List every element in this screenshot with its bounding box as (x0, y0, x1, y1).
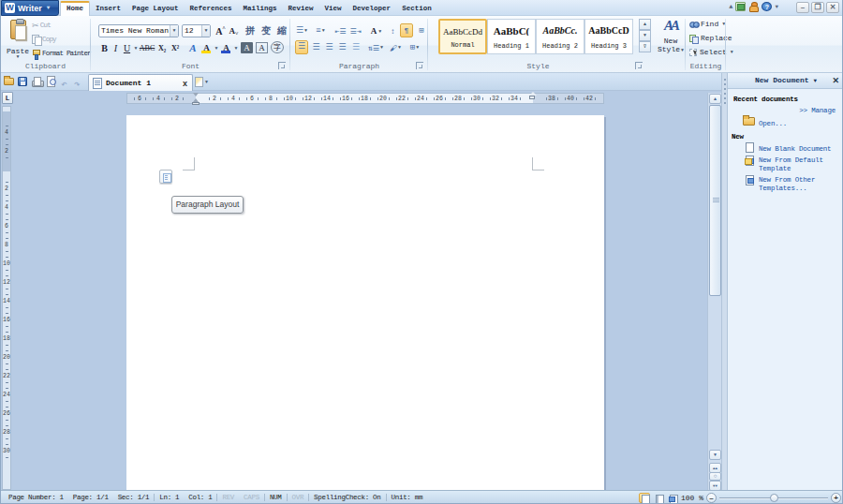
status-field[interactable]: Unit: mm (387, 494, 428, 501)
close-button[interactable]: ✕ (826, 2, 839, 13)
app-menu-button[interactable]: W Writer ▼ (1, 0, 59, 16)
indent-marker[interactable] (192, 93, 200, 105)
phonetic-guide-button[interactable]: 拼 (244, 24, 257, 37)
decrease-indent-button[interactable]: ⇤☰ (334, 24, 347, 37)
vertical-scrollbar[interactable]: ▲ ▼ ▲▲ ○ ▼▼ (707, 93, 721, 490)
bullets-button[interactable]: ☰▼ (295, 24, 308, 37)
subscript-button[interactable]: X₂ (156, 41, 168, 54)
web-view-button[interactable] (667, 493, 678, 503)
align-left-button[interactable]: ☰ (295, 40, 308, 54)
tab-stop-selector[interactable]: L (2, 92, 13, 104)
shrink-font-button[interactable]: A˅ (228, 24, 240, 37)
collapse-ribbon-icon[interactable]: ▲ (729, 3, 732, 10)
superscript-button[interactable]: X² (170, 41, 181, 54)
format-painter-button[interactable]: Format Painter (32, 46, 91, 60)
status-field[interactable]: Sec: 1/1 (113, 494, 155, 501)
ribbon-tab[interactable]: Insert (90, 1, 126, 16)
new-style-button[interactable]: AA New Style▼ (656, 18, 686, 55)
task-pane-close[interactable]: ✕ (832, 73, 839, 88)
new-document-tab-button[interactable]: ▼ (195, 75, 215, 89)
style-scroll-down[interactable]: ▼ (639, 30, 651, 41)
zoom-slider-thumb[interactable] (770, 494, 778, 502)
char-shading-button[interactable]: A (241, 42, 253, 53)
help-icon[interactable]: ? (762, 2, 772, 11)
font-color-button[interactable]: A (220, 41, 232, 54)
ribbon-tab[interactable]: Developer (348, 1, 397, 16)
outline-view-button[interactable] (653, 493, 664, 503)
underline-button[interactable]: U (122, 41, 132, 54)
save-button[interactable] (18, 75, 31, 88)
document-page[interactable]: Paragraph Layout (126, 115, 604, 490)
vertical-ruler[interactable]: 4224681012141618202224262830 (2, 106, 11, 490)
ribbon-tab[interactable]: Home (60, 1, 90, 16)
char-border-button[interactable]: A (256, 42, 268, 53)
document-tab[interactable]: Document 1 x (88, 74, 193, 91)
distribute-button[interactable]: ☰ (349, 41, 362, 54)
italic-button[interactable]: I (111, 41, 120, 54)
borders-button[interactable]: ⊞▼ (407, 41, 422, 54)
align-right-button[interactable]: ☰ (323, 41, 335, 54)
ribbon-tab[interactable]: Section (396, 1, 437, 16)
style-scroll-up[interactable]: ▲ (639, 19, 651, 30)
paste-button[interactable]: Paste ▼ (4, 19, 32, 62)
scroll-up-button[interactable]: ▲ (709, 94, 721, 104)
status-field[interactable]: REV (217, 494, 239, 501)
numbering-button[interactable]: ≡▼ (314, 24, 327, 37)
status-field[interactable]: Page Number: 1 (4, 494, 68, 501)
page-view-button[interactable] (639, 493, 650, 503)
style-card[interactable]: AaBbCcDd Normal (438, 19, 487, 54)
status-field[interactable]: NUM (265, 494, 288, 501)
justify-button[interactable]: ☰ (336, 41, 348, 54)
increase-indent-button[interactable]: ☰⇥ (349, 24, 362, 37)
paragraph-layout-button[interactable] (159, 170, 172, 184)
select-button[interactable]: Select▼ (689, 48, 733, 56)
style-card[interactable]: AaBbC( Heading 1 (487, 19, 536, 54)
switch-window-icon[interactable] (735, 2, 746, 11)
highlight-button[interactable]: A (200, 41, 213, 54)
change-case-button[interactable]: 变 (259, 24, 273, 37)
show-marks-button[interactable]: ⊞ (416, 24, 427, 37)
sort-button[interactable]: ↕ (388, 24, 398, 37)
zoom-in-button[interactable]: + (831, 493, 841, 503)
right-indent-marker[interactable] (529, 95, 537, 102)
font-family-combobox[interactable]: Times New Roman▼ (98, 24, 179, 37)
print-preview-button[interactable] (46, 75, 59, 88)
zoom-slider[interactable] (719, 493, 828, 503)
scroll-down-button[interactable]: ▼ (709, 450, 721, 460)
new-from-other-templates-link[interactable]: New From Other Templates... (759, 176, 815, 193)
text-effects-button[interactable]: A (187, 41, 199, 54)
copy-button[interactable]: Copy (32, 32, 91, 46)
status-field[interactable]: Ln: 1 (155, 494, 184, 501)
redo-button[interactable]: ↷ (74, 75, 87, 88)
align-center-button[interactable]: ☰ (310, 41, 322, 54)
style-gallery-expand[interactable]: ⊽ (639, 41, 651, 52)
highlight-caret[interactable]: ▼ (214, 41, 219, 54)
account-icon[interactable] (748, 2, 759, 11)
enclose-chars-button[interactable]: 字 (271, 41, 284, 53)
underline-caret[interactable]: ▼ (133, 41, 139, 54)
style-card[interactable]: AaBbCcD Heading 3 (584, 19, 633, 54)
bold-button[interactable]: B (99, 41, 110, 54)
manage-link[interactable]: >> Manage (799, 107, 836, 115)
status-field[interactable]: Col: 1 (184, 494, 217, 501)
ribbon-tab[interactable]: Review (283, 1, 319, 16)
status-field[interactable]: Page: 1/1 (68, 494, 113, 501)
zoom-out-button[interactable]: – (706, 493, 717, 503)
open-link[interactable]: Open... (759, 120, 787, 128)
char-scale-button[interactable]: 縮 (275, 24, 288, 37)
minimize-button[interactable]: – (796, 2, 809, 13)
horizontal-ruler[interactable]: 642246810121416182022242628303234384042 (126, 93, 604, 104)
new-blank-document-link[interactable]: New Blank Document (759, 145, 831, 154)
strikethrough-button[interactable]: ABC (140, 41, 155, 54)
find-button[interactable]: Find▼ (689, 20, 725, 28)
font-color-caret[interactable]: ▼ (233, 41, 239, 54)
ribbon-tab[interactable]: View (319, 1, 348, 16)
restore-button[interactable]: ❐ (811, 2, 824, 13)
undo-button[interactable]: ↶ (61, 75, 74, 88)
browse-object-button[interactable]: ○ (709, 472, 721, 481)
new-from-default-template-link[interactable]: New From Default Template (759, 156, 823, 173)
font-size-combobox[interactable]: 12▼ (182, 24, 211, 37)
cut-button[interactable]: ✂Cut (32, 18, 91, 32)
status-field[interactable]: CAPS (239, 494, 265, 501)
ribbon-tab[interactable]: Page Layout (126, 1, 185, 16)
